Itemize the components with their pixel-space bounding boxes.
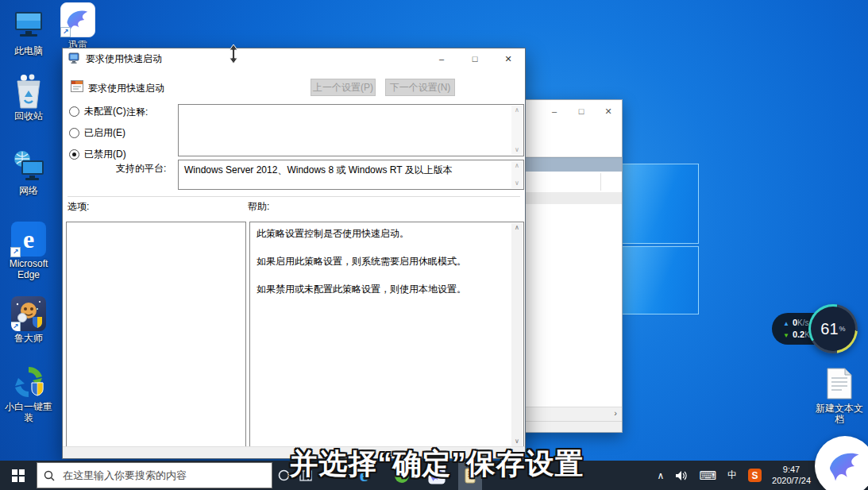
scroll-down-icon[interactable]: ∨ xyxy=(515,145,519,155)
radio-label: 已启用(E) xyxy=(84,126,125,140)
ime-indicator[interactable]: 中 xyxy=(722,461,743,490)
close-icon[interactable]: ✕ xyxy=(595,100,622,122)
dialog-title-icon xyxy=(68,52,81,66)
wallpaper-logo-pane-top xyxy=(622,164,699,244)
desktop-icon-label: 回收站 xyxy=(0,111,57,122)
radio-disabled[interactable]: 已禁用(D) xyxy=(69,148,126,161)
radio-label: 已禁用(D) xyxy=(84,148,126,161)
scroll-up-icon[interactable]: ∧ xyxy=(515,223,519,233)
xiaobai-icon xyxy=(10,364,48,400)
thunder-icon: ↗ xyxy=(59,2,97,38)
next-setting-button[interactable]: 下一个设置(N) xyxy=(385,79,455,96)
desktop-icon-thunder[interactable]: ↗ 迅雷 xyxy=(57,2,98,51)
tray-chevron-icon[interactable]: ∧ xyxy=(652,461,670,490)
minimize-icon[interactable]: – xyxy=(541,100,568,122)
help-text: 此策略设置控制是否使用快速启动。 如果启用此策略设置，则系统需要启用休眠模式。 … xyxy=(250,222,523,301)
thunder-floating-button[interactable] xyxy=(815,436,868,490)
sogou-input-icon[interactable]: S xyxy=(743,461,767,490)
upload-unit: K/s xyxy=(797,318,808,328)
help-panel[interactable]: 此策略设置控制是否使用快速启动。 如果启用此策略设置，则系统需要启用休眠模式。 … xyxy=(249,222,524,448)
this-pc-icon xyxy=(10,8,48,44)
previous-setting-button[interactable]: 上一个设置(P) xyxy=(311,79,376,96)
memory-usage-ball[interactable]: 61 % xyxy=(808,304,858,353)
thunder-bird-icon xyxy=(827,448,863,484)
clock-time: 9:47 xyxy=(772,465,811,476)
download-arrow-icon: ▼ xyxy=(783,332,789,340)
radio-enabled[interactable]: 已启用(E) xyxy=(69,126,125,140)
scroll-right-icon[interactable]: › xyxy=(614,408,617,418)
download-value: 0.2 xyxy=(793,330,804,340)
desktop-screen: 此电脑 回收站 网络 e ↗ Microsoft Edge ↗ 鲁大师 xyxy=(0,0,868,490)
desktop-icon-label: 新建文本文档 xyxy=(813,403,866,426)
start-button[interactable] xyxy=(0,461,37,490)
radio-icon[interactable] xyxy=(69,149,79,160)
help-scrollbar[interactable]: ∧ ∨ xyxy=(511,223,523,446)
dialog-title: 要求使用快速启动 xyxy=(86,52,162,66)
desktop-icon-label: 鲁大师 xyxy=(0,334,57,345)
platform-value: Windows Server 2012、Windows 8 或 Windows … xyxy=(179,160,523,180)
comment-label: 注释: xyxy=(126,106,148,119)
edge-icon: e ↗ xyxy=(10,221,48,257)
taskbar-clock[interactable]: 9:47 2020/7/24 xyxy=(767,465,816,487)
ludashi-icon: ↗ xyxy=(10,295,48,332)
radio-label: 未配置(C) xyxy=(84,105,126,118)
video-subtitle: 并选择“确定”保存设置 xyxy=(230,445,643,484)
desktop-icon-network[interactable]: 网络 xyxy=(0,148,57,197)
desktop-icon-label: 网络 xyxy=(0,186,57,197)
platform-label: 支持的平台: xyxy=(116,162,166,176)
desktop-icon-recycle-bin[interactable]: 回收站 xyxy=(0,73,57,122)
recycle-bin-icon xyxy=(10,73,48,110)
shortcut-arrow-icon: ↗ xyxy=(60,27,71,37)
desktop-icon-ludashi[interactable]: ↗ 鲁大师 xyxy=(0,295,57,345)
scroll-down-icon[interactable]: ∨ xyxy=(515,179,519,188)
shortcut-arrow-icon: ↗ xyxy=(10,247,21,257)
resize-cursor xyxy=(229,44,238,67)
wallpaper-logo-pane-bottom xyxy=(622,246,699,314)
options-panel[interactable] xyxy=(66,222,246,448)
radio-icon[interactable] xyxy=(69,106,79,117)
scroll-up-icon[interactable]: ∧ xyxy=(515,161,519,171)
policy-icon xyxy=(71,80,83,95)
volume-icon[interactable] xyxy=(669,461,693,490)
desktop-icon-label: Microsoft Edge xyxy=(0,259,57,281)
comment-scrollbar[interactable]: ∧ ∨ xyxy=(511,106,523,155)
usage-percent: 61 xyxy=(820,320,838,338)
radio-icon[interactable] xyxy=(69,128,79,138)
desktop-icon-new-text-doc[interactable]: 新建文本文档 xyxy=(812,365,867,426)
comment-textbox[interactable]: ∧ ∨ xyxy=(178,104,524,156)
usage-percent-sign: % xyxy=(839,325,846,333)
text-file-icon xyxy=(820,365,858,402)
platform-textbox[interactable]: Windows Server 2012、Windows 8 或 Windows … xyxy=(178,160,524,190)
maximize-icon[interactable]: □ xyxy=(458,48,492,69)
desktop-icon-this-pc[interactable]: 此电脑 xyxy=(0,8,57,57)
section-divider xyxy=(68,196,520,197)
scroll-up-icon[interactable]: ∧ xyxy=(515,106,519,115)
help-label: 帮助: xyxy=(248,200,269,214)
windows-start-icon xyxy=(12,469,25,482)
dialog-titlebar[interactable]: 要求使用快速启动 – □ ✕ xyxy=(63,48,525,69)
upload-arrow-icon: ▲ xyxy=(783,320,789,328)
search-input[interactable] xyxy=(61,469,244,482)
close-icon[interactable]: ✕ xyxy=(492,48,525,69)
desktop-icon-edge[interactable]: e ↗ Microsoft Edge xyxy=(0,221,57,281)
maximize-icon[interactable]: □ xyxy=(568,100,595,122)
options-label: 选项: xyxy=(68,200,89,214)
clock-date: 2020/7/24 xyxy=(772,476,811,487)
shortcut-arrow-icon: ↗ xyxy=(11,322,21,331)
minimize-icon[interactable]: – xyxy=(425,48,458,69)
platform-scrollbar[interactable]: ∧ ∨ xyxy=(511,161,523,188)
dialog-heading: 要求使用快速启动 xyxy=(88,82,164,95)
network-icon xyxy=(10,148,48,184)
policy-setting-dialog: 要求使用快速启动 – □ ✕ 要求使用快速启动 上一个设置(P) 下一个设置(N… xyxy=(62,48,526,459)
desktop-icon-label: 此电脑 xyxy=(0,46,57,57)
search-icon xyxy=(44,470,55,481)
desktop-icon-label: 小白一键重装 xyxy=(2,402,55,424)
touch-keyboard-icon[interactable]: ⌨ xyxy=(693,461,722,490)
radio-not-configured[interactable]: 未配置(C) xyxy=(69,105,126,118)
desktop-icon-xiaobai[interactable]: 小白一键重装 xyxy=(0,364,57,424)
